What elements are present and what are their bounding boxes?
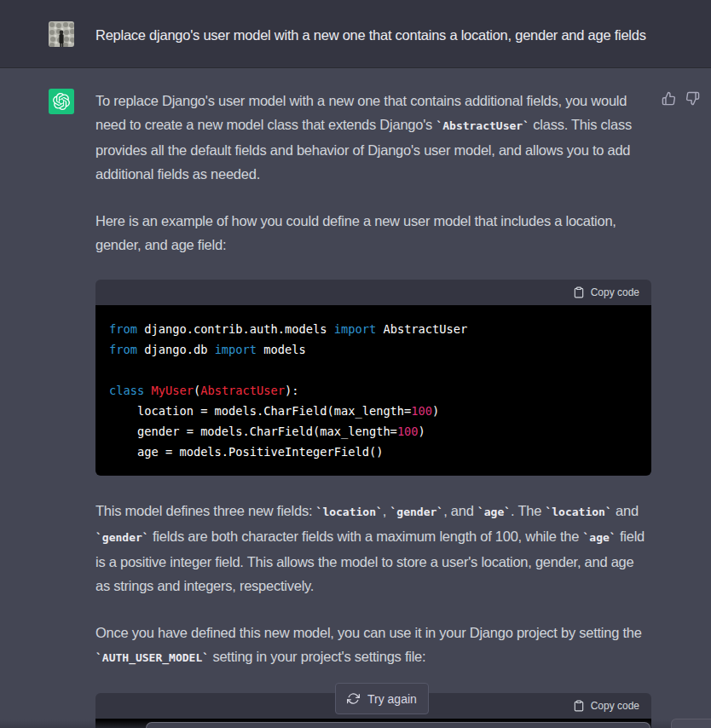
code-line: location = models.CharField(max_length=1… bbox=[109, 401, 638, 421]
token: age = models.PositiveIntegerField() bbox=[109, 445, 383, 459]
token: AbstractUser bbox=[376, 322, 467, 336]
text-run: , bbox=[383, 503, 390, 518]
copy-code-button[interactable]: Copy code bbox=[573, 286, 639, 298]
text-run: fields are both character fields with a … bbox=[149, 529, 583, 544]
text-run: setting in your project's settings file: bbox=[209, 649, 425, 664]
token: from bbox=[109, 343, 137, 356]
code-line: class MyUser(AbstractUser): bbox=[109, 380, 638, 401]
assistant-message-content: To replace Django's user model with a ne… bbox=[95, 89, 651, 728]
token: import bbox=[334, 322, 376, 336]
chatgpt-conversation: Replace django's user model with a new o… bbox=[0, 0, 711, 728]
assistant-message-row: To replace Django's user model with a ne… bbox=[0, 68, 711, 728]
inline-code-auth-user-model: `AUTH_USER_MODEL` bbox=[95, 651, 209, 664]
thumbs-up-icon bbox=[662, 91, 676, 106]
token: ) bbox=[432, 404, 439, 418]
assistant-paragraph-3: This model defines three new fields: `lo… bbox=[95, 499, 651, 598]
token: models bbox=[257, 343, 306, 356]
inline-code-abstractuser: `AbstractUser` bbox=[436, 119, 529, 132]
token: gender = models.CharField(max_length= bbox=[109, 425, 397, 438]
user-message-text: Replace django's user model with a new o… bbox=[95, 25, 651, 67]
copy-code-button[interactable]: Copy code bbox=[573, 700, 639, 712]
code-line-blank bbox=[109, 360, 638, 380]
assistant-gutter bbox=[49, 89, 74, 728]
refresh-icon bbox=[347, 692, 360, 705]
openai-logo-icon bbox=[53, 93, 70, 110]
try-again-label: Try again bbox=[367, 692, 417, 706]
token: import bbox=[215, 343, 257, 356]
copy-code-label: Copy code bbox=[591, 700, 639, 712]
text-run: . The bbox=[511, 503, 545, 518]
code-block-models: Copy code from django.contrib.auth.model… bbox=[95, 280, 651, 476]
bottom-right-panel-corner bbox=[671, 719, 711, 728]
token: from bbox=[109, 322, 137, 336]
assistant-paragraph-2: Here is an example of how you could defi… bbox=[95, 209, 651, 257]
token: ( bbox=[194, 384, 200, 397]
thumbs-down-icon bbox=[685, 91, 700, 106]
code-line: gender = models.CharField(max_length=100… bbox=[109, 421, 638, 442]
inline-code-location: `location` bbox=[316, 506, 383, 518]
assistant-paragraph-4: Once you have defined this new model, yo… bbox=[95, 621, 651, 670]
token: ): bbox=[285, 384, 298, 397]
token: class bbox=[109, 384, 144, 397]
text-run: Once you have defined this new model, yo… bbox=[95, 625, 642, 640]
text-run: , and bbox=[443, 503, 477, 518]
code-body: from django.contrib.auth.models import A… bbox=[95, 305, 651, 476]
try-again-button[interactable]: Try again bbox=[335, 683, 429, 714]
copy-code-label: Copy code bbox=[591, 286, 639, 298]
token: ) bbox=[419, 425, 425, 438]
inline-code-age: `age` bbox=[477, 506, 511, 518]
code-line: from django.db import models bbox=[109, 339, 638, 360]
token: 100 bbox=[397, 425, 419, 438]
token: AbstractUser bbox=[200, 384, 285, 397]
text-run: and bbox=[612, 503, 639, 518]
user-gutter bbox=[49, 21, 74, 67]
clipboard-icon bbox=[573, 700, 585, 712]
code-line: from django.contrib.auth.models import A… bbox=[109, 319, 638, 339]
user-message-row: Replace django's user model with a new o… bbox=[0, 0, 711, 68]
chatgpt-avatar bbox=[49, 89, 74, 114]
code-line: age = models.PositiveIntegerField() bbox=[109, 442, 638, 462]
text-run: This model defines three new fields: bbox=[95, 503, 316, 518]
inline-code-gender: `gender` bbox=[390, 506, 444, 518]
token: MyUser bbox=[151, 384, 193, 397]
user-photo-icon bbox=[49, 21, 74, 47]
assistant-paragraph-1: To replace Django's user model with a ne… bbox=[95, 89, 651, 186]
token: django.contrib.auth.models bbox=[137, 322, 334, 336]
clipboard-icon bbox=[573, 286, 585, 298]
inline-code-gender: `gender` bbox=[95, 531, 149, 544]
message-actions bbox=[662, 91, 700, 106]
inline-code-location: `location` bbox=[545, 506, 611, 518]
code-block-header: Copy code bbox=[95, 280, 651, 305]
thumbs-up-button[interactable] bbox=[662, 91, 676, 106]
user-avatar bbox=[49, 21, 74, 47]
thumbs-down-button[interactable] bbox=[685, 91, 700, 106]
token: location = models.CharField(max_length= bbox=[109, 404, 411, 418]
chat-input-box[interactable] bbox=[146, 722, 650, 728]
token: 100 bbox=[411, 404, 432, 418]
token: django.db bbox=[137, 343, 215, 356]
inline-code-age: `age` bbox=[582, 531, 616, 544]
